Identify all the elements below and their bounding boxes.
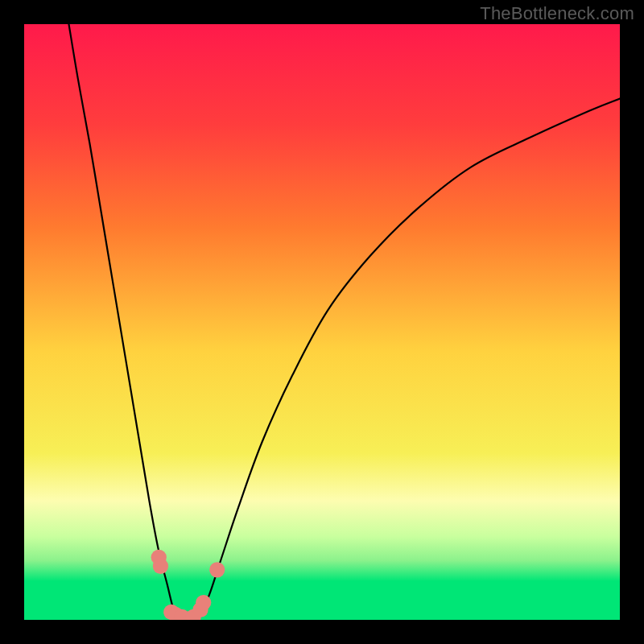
- chart-stage: TheBottleneck.com: [0, 0, 644, 644]
- data-point: [153, 559, 168, 574]
- watermark-text: TheBottleneck.com: [480, 3, 634, 24]
- bottleneck-chart: [0, 0, 644, 644]
- gradient-background: [24, 24, 620, 620]
- data-point: [209, 562, 225, 577]
- data-point: [196, 595, 211, 610]
